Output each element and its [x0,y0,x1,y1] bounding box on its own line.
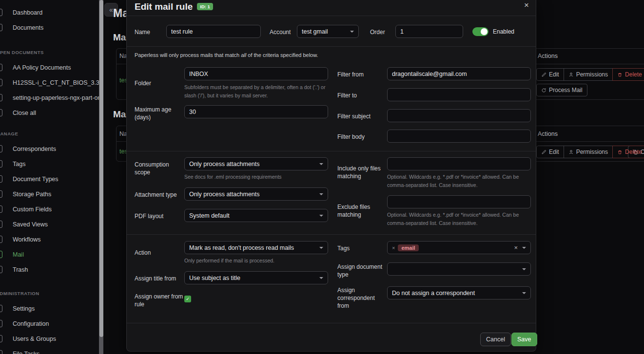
tags-label: Tags [337,244,388,252]
person-icon [568,72,574,77]
sidebar-item-saved-views[interactable]: Saved Views [0,217,99,232]
sidebar-item-mail[interactable]: Mail [0,247,99,262]
exclude-files-input[interactable] [387,195,531,208]
sidebar-item-tags[interactable]: Tags [0,156,99,171]
sidebar-item-custom-fields[interactable]: Custom Fields [0,202,99,217]
sidebar-item-dashboard[interactable]: Dashboard [0,5,99,20]
assign-correspondent-label: Assign correspondent from [337,286,388,310]
person-icon [568,149,574,155]
sidebar-item-storage-paths[interactable]: Storage Paths [0,186,99,202]
enabled-toggle[interactable] [472,27,488,36]
assign-correspondent-select[interactable]: Do not assign a correspondent [387,286,531,299]
attachment-type-select[interactable]: Only process attachments [184,187,328,201]
edit-mail-rule-dialog: Edit mail ruleID: 1 × Name Account test … [126,0,536,352]
dialog-title: Edit mail ruleID: 1 [135,1,213,12]
sidebar-item-label: Mail [13,251,24,258]
filter-to-input[interactable] [387,88,531,101]
process-mail-group: Process Mail [536,84,587,96]
app-root: Dashboard Documents OPEN DOCUMENTS AA Po… [0,0,644,354]
close-icon [0,109,2,116]
tags-select[interactable]: × email × [387,241,531,254]
sidebar-item-correspondents[interactable]: Correspondents [0,141,99,156]
close-icon[interactable]: × [524,0,529,10]
sidebar-item-workflows[interactable]: Workflows [0,232,99,247]
chevron-double-left-icon: « [109,6,113,14]
sidebar-item-documents[interactable]: Documents [0,20,99,35]
refresh-icon [541,88,546,93]
chevron-down-icon [522,268,526,270]
sidebar-item-configuration[interactable]: Configuration [0,316,99,331]
sidebar-item-label: Users & Groups [13,335,56,342]
trash-icon [617,72,623,77]
envelope-icon [0,251,2,258]
cancel-button[interactable]: Cancel [480,333,511,346]
clear-icon[interactable]: × [514,244,518,251]
sidebar-item-label: AA Policy Documents [13,64,71,71]
sidebar-item-label: Workflows [13,236,40,243]
person-icon [0,145,2,152]
dashboard-icon [0,9,2,16]
sidebar-item-document-types[interactable]: Document Types [0,171,99,186]
filter-from-input[interactable] [387,67,531,80]
check-icon: ✓ [186,297,190,301]
chevron-down-icon [522,292,526,294]
sidebar-section-administration: ADMINISTRATION [0,286,99,301]
assign-doc-type-label: Assign document type [337,263,388,279]
chevron-down-icon [319,277,323,279]
delete-button[interactable]: Delete [612,68,644,81]
sidebar-item-file-tasks[interactable]: File Tasks [0,346,99,354]
sidebar-item-setting-up-paperless[interactable]: setting-up-paperless-ngx-part-one [0,90,99,105]
process-mail-button[interactable]: Process Mail [536,84,587,96]
sidebar-item-label: Trash [13,266,28,273]
wrench-icon [0,320,2,327]
sidebar-item-label: H12SSL-i_C_CT_NT_BIOS_3.3_rele... [13,79,99,86]
permissions-button[interactable]: Permissions [564,68,613,81]
sidebar-item-label: Tags [13,161,25,168]
document-icon [0,79,2,86]
max-age-input[interactable] [184,105,328,118]
edit-button[interactable]: Edit [536,146,564,158]
filter-subject-input[interactable] [387,109,531,122]
permissions-button[interactable]: Permissions [564,146,613,158]
filter-body-input[interactable] [387,130,531,143]
pdf-layout-label: PDF layout [135,212,185,220]
edit-button[interactable]: Edit [536,68,564,81]
sidebar-item-label: Documents [13,24,43,31]
main-scrollbar[interactable] [99,0,103,354]
folder-input[interactable] [184,67,328,80]
delete-button[interactable]: Delete [612,146,644,158]
sidebar-item-trash[interactable]: Trash [0,262,99,277]
folder-icon [0,190,2,198]
chevron-down-icon [319,193,323,195]
pdf-layout-select[interactable]: System default [184,209,328,222]
chevron-down-icon [522,247,526,249]
scrollbar-thumb[interactable] [99,0,103,337]
sidebar-item-label: Close all [13,110,36,116]
account-label: Account [270,28,299,36]
folder-label: Folder [135,79,185,87]
sidebar-item-label: Settings [13,305,35,312]
save-button[interactable]: Save [511,333,537,346]
assign-doc-type-select[interactable] [387,262,531,276]
include-files-input[interactable] [387,157,531,170]
sidebar-item-close-all[interactable]: Close all [0,105,99,120]
tag-remove-icon[interactable]: × [392,245,395,251]
account-select[interactable]: test gmail [297,25,359,38]
id-badge: ID: 1 [197,3,213,10]
consumption-scope-select[interactable]: Only process attachments [184,157,328,170]
toggle-knob [481,28,488,35]
tag-chip-email: email [398,244,418,251]
folder-hint: Subfolders must be separated by a delimi… [184,83,331,100]
name-input[interactable] [166,25,261,38]
assign-title-select[interactable]: Use subject as title [184,271,328,284]
assign-owner-checkbox[interactable]: ✓ [184,296,191,302]
sidebar-item-users-groups[interactable]: Users & Groups [0,331,99,346]
assign-title-label: Assign title from [135,275,185,282]
sidebar-item-label: Saved Views [13,221,48,228]
include-files-hint: Optional. Wildcards e.g. *.pdf or *invoi… [387,173,533,189]
sidebar-item-settings[interactable]: Settings [0,301,99,316]
sidebar-item-h12ssl-doc[interactable]: H12SSL-i_C_CT_NT_BIOS_3.3_rele... [0,75,99,90]
order-input[interactable] [395,25,463,38]
action-select[interactable]: Mark as read, don't process read mails [184,241,328,254]
sidebar-item-aa-policy-documents[interactable]: AA Policy Documents [0,60,99,75]
